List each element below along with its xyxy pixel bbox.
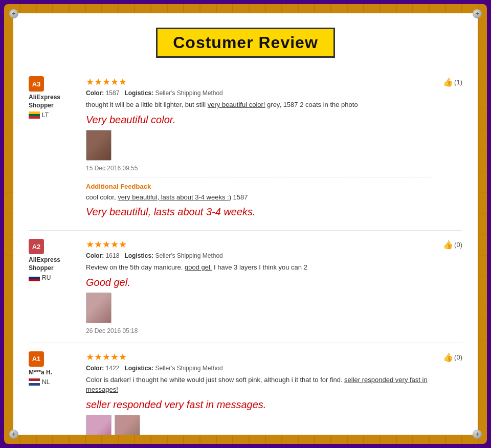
review-images	[86, 130, 431, 161]
review-images	[86, 415, 431, 435]
like-count: (0)	[454, 353, 462, 361]
reviewer-name: M***a H.	[29, 369, 80, 377]
country-code: NL	[42, 378, 50, 386]
flag-icon	[29, 274, 40, 281]
page-title: Costumer Review	[156, 28, 335, 58]
review-text: Review on the 5th day manicure. good gel…	[86, 262, 431, 273]
avatar-badge: A1	[29, 351, 44, 367]
avatar-badge: A2	[29, 239, 44, 254]
title-wrapper: Costumer Review	[13, 13, 478, 68]
underlined-phrase: seller responded very fast in messages!	[86, 376, 428, 394]
review-item: A1M***a H.NL★★★★★Color: 1422 Logistics: …	[29, 343, 462, 435]
like-button[interactable]: 👍(0)	[443, 352, 462, 362]
reviewer-name: AliExpress Shopper	[29, 94, 80, 109]
additional-feedback-highlight: Very beautiful, lasts about 3-4 weeks.	[86, 206, 431, 218]
logistics-label: Logistics:	[124, 89, 153, 97]
underlined-phrase: very beautiful color!	[208, 101, 265, 108]
thumb-up-icon: 👍	[443, 240, 453, 250]
review-body: ★★★★★Color: 1587 Logistics: Seller's Shi…	[86, 76, 431, 222]
flag-icon	[29, 378, 40, 386]
screw-bottom-right	[473, 430, 482, 439]
review-text: Color is darker! i thought he white woul…	[86, 375, 431, 395]
review-image-0[interactable]	[86, 130, 111, 161]
country-code: LT	[42, 111, 49, 119]
review-date: 15 Dec 2016 09:55	[86, 165, 431, 172]
reviewer-col: A1M***a H.NL	[29, 351, 80, 435]
outer-frame: Costumer Review A3AliExpress ShopperLT★★…	[4, 4, 487, 444]
highlight-text: seller responded very fast in messages.	[86, 399, 431, 411]
color-value: 1618	[106, 252, 120, 259]
like-col: 👍(0)	[437, 351, 462, 435]
like-button[interactable]: 👍(1)	[443, 77, 462, 87]
like-count: (1)	[454, 78, 462, 86]
screw-bottom-left	[9, 430, 18, 439]
reviewer-name: AliExpress Shopper	[29, 256, 80, 272]
country-flag: NL	[29, 378, 80, 386]
reviewer-col: A3AliExpress ShopperLT	[29, 76, 80, 222]
review-images	[86, 293, 431, 323]
additional-feedback-title: Additional Feedback	[86, 183, 431, 190]
like-col: 👍(1)	[437, 76, 462, 222]
color-label: Color:	[86, 89, 104, 97]
thumb-up-icon: 👍	[443, 77, 453, 87]
review-meta: Color: 1618 Logistics: Seller's Shipping…	[86, 252, 431, 259]
logistics-value: Seller's Shipping Method	[155, 252, 222, 259]
additional-feedback-text: cool color, very beautiful, lasts about …	[86, 192, 431, 203]
review-meta: Color: 1587 Logistics: Seller's Shipping…	[86, 89, 431, 97]
underlined-phrase: very beautiful, lasts about 3-4 weeks :)	[118, 193, 231, 201]
star-rating: ★★★★★	[86, 76, 431, 87]
logistics-label: Logistics:	[124, 252, 153, 259]
like-col: 👍(0)	[437, 239, 462, 334]
additional-feedback: Additional Feedbackcool color, very beau…	[86, 177, 431, 218]
logistics-label: Logistics:	[124, 365, 153, 372]
review-image-0[interactable]	[86, 415, 111, 435]
color-value: 1587	[106, 89, 120, 97]
thumb-up-icon: 👍	[443, 352, 453, 362]
review-body: ★★★★★Color: 1422 Logistics: Seller's Shi…	[86, 351, 431, 435]
like-button[interactable]: 👍(0)	[443, 240, 462, 250]
review-body: ★★★★★Color: 1618 Logistics: Seller's Shi…	[86, 239, 431, 334]
review-text: thought it will be a little bit lighter,…	[86, 100, 431, 110]
country-flag: RU	[29, 274, 80, 281]
logistics-value: Seller's Shipping Method	[155, 365, 222, 372]
avatar-badge: A3	[29, 76, 44, 92]
color-value: 1422	[106, 365, 120, 372]
country-code: RU	[42, 274, 51, 281]
review-image-1[interactable]	[115, 415, 140, 435]
review-date: 26 Dec 2016 05:18	[86, 327, 431, 334]
highlight-text: Very beautiful color.	[86, 114, 431, 126]
review-meta: Color: 1422 Logistics: Seller's Shipping…	[86, 365, 431, 372]
like-count: (0)	[454, 241, 462, 249]
screw-top-left	[9, 9, 18, 18]
color-label: Color:	[86, 252, 104, 259]
review-item: A3AliExpress ShopperLT★★★★★Color: 1587 L…	[29, 68, 462, 231]
flag-icon	[29, 111, 40, 119]
logistics-value: Seller's Shipping Method	[155, 89, 222, 97]
star-rating: ★★★★★	[86, 351, 431, 363]
review-list: A3AliExpress ShopperLT★★★★★Color: 1587 L…	[13, 68, 478, 435]
reviewer-col: A2AliExpress ShopperRU	[29, 239, 80, 334]
inner-content: Costumer Review A3AliExpress ShopperLT★★…	[13, 13, 478, 435]
screw-top-right	[473, 9, 482, 18]
color-label: Color:	[86, 365, 104, 372]
country-flag: LT	[29, 111, 80, 119]
review-item: A2AliExpress ShopperRU★★★★★Color: 1618 L…	[29, 231, 462, 343]
star-rating: ★★★★★	[86, 239, 431, 250]
underlined-phrase: good gel.	[185, 263, 212, 271]
review-image-0[interactable]	[86, 293, 111, 323]
highlight-text: Good gel.	[86, 277, 431, 288]
